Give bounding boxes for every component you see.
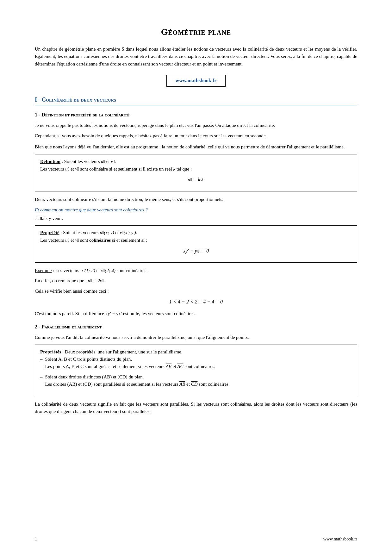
subsection-1-2: 2 - Parallélisme et alignement Comme je … bbox=[35, 323, 357, 415]
subsection-1-2-title: 2 - Parallélisme et alignement bbox=[35, 323, 357, 331]
example-para1: En effet, on remarque que : u⃗ = 2v⃗. bbox=[35, 277, 357, 284]
section-1-title: I - Colinéarité de deux vecteurs bbox=[35, 96, 357, 105]
subsection-1-1: 1 - Définition et propriété de la coliné… bbox=[35, 111, 357, 318]
proprietes-header: Propriétés : Deux propriétés, une sur l'… bbox=[40, 348, 352, 356]
proprietes-label: Propriétés bbox=[40, 349, 61, 354]
propriete-line2: Les vecteurs u⃗ et v⃗ sont colinéaires s… bbox=[40, 236, 352, 244]
page-title: Géométrie plane bbox=[35, 25, 357, 39]
footer-website: www.mathsbook.fr bbox=[323, 536, 357, 542]
after-definition: Deux vecteurs sont colinéaire s'ils ont … bbox=[35, 196, 357, 203]
sub1-para3: Bien que nous l'ayons déjà vu l'an derni… bbox=[35, 143, 357, 151]
definition-line2: Les vecteurs u⃗ et v⃗ sont colinéaire si… bbox=[40, 165, 352, 173]
italic-question: Et comment on montre que deux vecteurs s… bbox=[35, 206, 357, 214]
sub2-para1: Comme je vous l'ai dit, la colinéarité v… bbox=[35, 334, 357, 341]
conclusion: C'est toujours pareil. Si la différence … bbox=[35, 310, 357, 317]
page-number: 1 bbox=[35, 536, 37, 542]
definition-text: Définition : Soient les vecteurs u⃗ et v… bbox=[40, 158, 352, 165]
example-formula: 1 × 4 − 2 × 2 = 4 − 4 = 0 bbox=[35, 298, 357, 306]
intro-text: Un chapitre de géométrie plane en premiè… bbox=[35, 46, 357, 68]
propriete-label: Propriété bbox=[40, 230, 59, 235]
sub1-para1: Je ne vous rappelle pas toutes les notio… bbox=[35, 122, 357, 129]
example-line: Exemple : Les vecteurs u⃗(1; 2) et v⃗(2;… bbox=[35, 267, 357, 274]
prop-item-2: – Soient deux droites distinctes (AB) et… bbox=[40, 373, 352, 388]
definition-label: Définition bbox=[40, 159, 60, 164]
definition-box: Définition : Soient les vecteurs u⃗ et v… bbox=[35, 154, 357, 191]
proprietes-box: Propriétés : Deux propriétés, une sur l'… bbox=[35, 345, 357, 396]
example-label: Exemple bbox=[35, 268, 52, 273]
definition-formula: u⃗ = kv⃗ bbox=[40, 176, 352, 184]
final-para: La colinéarité de deux vecteurs signifie… bbox=[35, 401, 357, 415]
website-link[interactable]: www.mathsbook.fr bbox=[166, 75, 226, 87]
website-box: www.mathsbook.fr bbox=[35, 75, 357, 87]
example-para2: Cela se vérifie bien aussi comme ceci : bbox=[35, 288, 357, 295]
section-1: I - Colinéarité de deux vecteurs 1 - Déf… bbox=[35, 96, 357, 415]
page: Géométrie plane Un chapitre de géométrie… bbox=[0, 0, 392, 555]
propriete-text: Propriété : Soient les vecteurs u⃗(x; y)… bbox=[40, 229, 352, 236]
propriete-formula: xy′ − yx′ = 0 bbox=[40, 247, 352, 255]
sub1-para2: Cependant, si vous avez besoin de quelqu… bbox=[35, 132, 357, 140]
prop-item-1: – Soient A, B et C trois points distinct… bbox=[40, 356, 352, 371]
propriete-box: Propriété : Soient les vecteurs u⃗(x; y)… bbox=[35, 225, 357, 263]
subsection-1-1-title: 1 - Définition et propriété de la coliné… bbox=[35, 111, 357, 119]
after-question: J'allais y venir. bbox=[35, 215, 357, 222]
footer: 1 www.mathsbook.fr bbox=[35, 536, 357, 542]
